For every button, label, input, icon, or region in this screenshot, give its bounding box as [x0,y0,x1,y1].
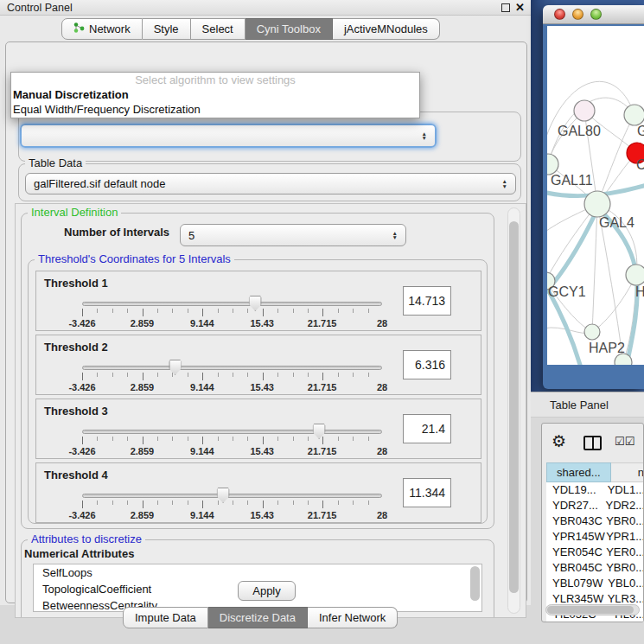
table-row[interactable]: YBR043C YBR0... [546,513,644,529]
slider-track[interactable] [82,366,382,370]
number-of-intervals-label: Number of Intervals [64,226,169,239]
svg-text:G: G [637,124,644,138]
float-window-icon[interactable] [501,3,510,12]
window-titlebar[interactable] [543,5,644,24]
thresholds-group: Threshold 1 -3.426 2.859 9.144 15.43 21.… [28,259,488,524]
split-view-icon[interactable] [583,436,602,450]
node-gal11[interactable] [547,154,558,175]
slider-major-ticks [82,437,383,444]
svg-text:GAL11: GAL11 [551,173,593,188]
threshold-slider[interactable]: -3.426 2.859 9.144 15.43 21.715 28 [82,486,382,522]
threshold-slider[interactable]: -3.426 2.859 9.144 15.43 21.715 28 [82,422,382,458]
gear-icon[interactable]: ⚙ [552,433,566,450]
checkbox-icons[interactable]: ☑☑ [615,435,634,448]
close-button[interactable] [554,9,565,20]
table-row[interactable]: YER054C YER0... [546,545,644,560]
threshold-label: Threshold 1 [44,277,108,290]
number-of-intervals-combo[interactable]: 5 ▲▼ [180,224,406,246]
threshold-value-field[interactable]: 21.4 [403,414,451,443]
attributes-group-title: Attributes to discretize [28,533,145,545]
control-panel: Control Panel ✕ Network Style Select Cyn… [0,0,531,605]
table-header-row: shared... n [546,462,644,482]
tab-discretize-data[interactable]: Discretize Data [208,607,308,628]
apply-button[interactable]: Apply [238,581,296,601]
table-row[interactable]: YDR27... YDR2... [546,498,644,513]
zoom-button[interactable] [590,9,602,20]
popup-hint: Select algorithm to view settings [11,73,419,87]
network-desktop: GAL80 G C GAL11 GAL4 GCY1 H HAP2 [531,0,644,393]
node-h[interactable] [626,265,644,285]
threshold-value-field[interactable]: 6.316 [403,350,451,379]
threshold-value-field[interactable]: 11.344 [403,478,451,507]
control-panel-titlebar: Control Panel ✕ [0,0,531,16]
table-row[interactable]: YBL079W YBL0... [546,576,644,591]
top-tab-bar: Network Style Select Cyni Toolbox jActiv… [61,18,440,40]
algorithm-dropdown-popup: Select algorithm to view settings Manual… [10,72,420,118]
attribute-item[interactable]: SelfLoops [34,564,481,581]
panel-title: Control Panel [0,2,73,14]
threshold-panel: Threshold 3 -3.426 2.859 9.144 15.43 21.… [35,399,481,459]
svg-text:H: H [635,284,644,299]
threshold-label: Threshold 3 [44,405,108,418]
threshold-slider[interactable]: -3.426 2.859 9.144 15.43 21.715 28 [82,294,382,330]
tab-select[interactable]: Select [191,18,245,40]
node-gal4[interactable] [584,191,610,217]
column-header-name[interactable]: n [611,462,644,482]
column-header-shared[interactable]: shared... [546,462,611,482]
thresholds-group-title: Threshold's Coordinates for 5 Intervals [35,253,234,265]
cyni-content-panel: Discretization Algorithm ▲▼ Table Data g… [5,41,527,603]
vertical-scrollbar[interactable] [507,207,520,614]
tab-jactivemnodules[interactable]: jActiveMNodules [333,18,440,40]
close-icon[interactable]: ✕ [515,1,525,14]
tab-infer-network[interactable]: Infer Network [308,607,398,628]
table-panel-body: ⚙ ☑☑ shared... n YDL19... YDL1... YDR27.… [541,423,644,622]
threshold-panel: Threshold 1 -3.426 2.859 9.144 15.43 21.… [35,271,481,331]
network-canvas[interactable]: GAL80 G C GAL11 GAL4 GCY1 H HAP2 [547,26,644,365]
list-scrollbar-thumb[interactable] [470,566,480,601]
table-row[interactable]: YPR145W YPR1... [546,529,644,545]
numerical-attributes-label: Numerical Attributes [24,547,134,560]
node-hap2[interactable] [584,324,600,340]
popup-option-equal-width[interactable]: Equal Width/Frequency Discretization [11,102,419,117]
table-panel-header[interactable]: Table Panel [531,392,644,418]
popup-option-manual[interactable]: Manual Discretization [11,87,419,102]
network-graph: GAL80 G C GAL11 GAL4 GCY1 H HAP2 [547,26,644,365]
node-table: shared... n YDL19... YDL1... YDR27... YD… [546,462,644,622]
minimize-button[interactable] [572,9,583,20]
spinner-icon: ▲▼ [422,131,427,141]
threshold-panel: Threshold 2 -3.426 2.859 9.144 15.43 21.… [35,335,481,395]
slider-track[interactable] [82,302,382,306]
table-row[interactable]: YDL19... YDL1... [546,482,644,498]
svg-text:GAL4: GAL4 [599,215,634,230]
slider-track[interactable] [82,430,382,434]
table-toolbar: ⚙ ☑☑ [542,424,643,462]
slider-major-ticks [82,501,383,508]
scrollbar-thumb[interactable] [509,221,519,593]
table-data-combo[interactable]: galFiltered.sif default node ▲▼ [25,173,516,194]
tab-impute-data[interactable]: Impute Data [123,607,208,628]
threshold-label: Threshold 4 [44,469,108,481]
table-panel-title: Table Panel [550,399,609,411]
bottom-tab-bar: Impute Data Discretize Data Infer Networ… [123,607,398,628]
table-data-value: galFiltered.sif default node [34,177,165,190]
algorithm-combo[interactable]: ▲▼ [20,124,437,148]
tab-style[interactable]: Style [143,18,191,40]
threshold-value-field[interactable]: 14.713 [403,286,451,316]
horizontal-scrollbar[interactable] [545,604,640,615]
threshold-slider[interactable]: -3.426 2.859 9.144 15.43 21.715 28 [82,358,382,394]
svg-text:HAP2: HAP2 [589,341,625,355]
spinner-icon: ▲▼ [502,179,507,188]
network-window[interactable]: GAL80 G C GAL11 GAL4 GCY1 H HAP2 [543,5,644,389]
slider-track[interactable] [82,494,382,498]
node-partial-top-right[interactable] [624,105,644,125]
node-pink[interactable] [574,100,595,121]
tab-network[interactable]: Network [61,18,143,40]
tab-cyni-toolbox[interactable]: Cyni Toolbox [245,18,333,40]
slider-major-ticks [82,373,383,380]
svg-text:C: C [636,157,644,172]
spinner-icon: ▲▼ [392,231,398,240]
scrollbar-thumb[interactable] [547,606,634,614]
table-row[interactable]: YBR045C YBR0... [546,560,644,576]
number-of-intervals-value: 5 [188,229,194,242]
threshold-label: Threshold 2 [44,341,108,354]
